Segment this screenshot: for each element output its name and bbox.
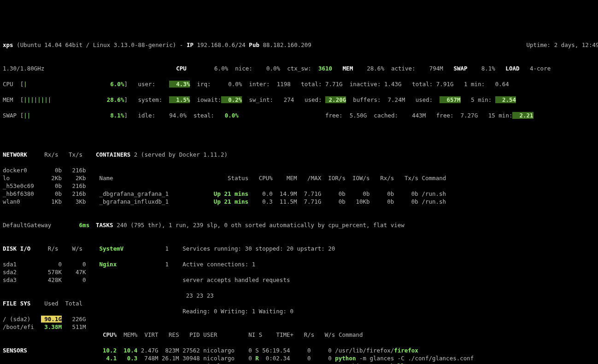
net-row: _h53e0c69 0b 216b xyxy=(3,182,96,190)
stats-row-1: 1.30/1.80GHz CPU 6.0% nice: 0.0% ctx_sw:… xyxy=(3,65,595,72)
net-row: _hb6f6380 0b 216b xyxy=(3,190,96,198)
net-row: wlan0 1Kb 3Kb xyxy=(3,198,96,205)
disk-row: sda3 428K 0 xyxy=(3,276,96,284)
container-row: _dbgrafana_grafana_1 Up 21 mins 0.0 14.9… xyxy=(96,190,595,198)
sensors-header: SENSORS xyxy=(3,346,96,354)
net-row: lo 2Kb 2Kb xyxy=(3,174,96,182)
disk-row: sda2 578K 47K xyxy=(3,268,96,276)
disk-row: sda1 0 0 xyxy=(3,260,96,268)
containers-header: CONTAINERS 2 (served by Docker 1.11.2) xyxy=(96,151,595,159)
fs-row: / (sda2) 90.1G 226G xyxy=(3,315,96,323)
gateway-label: DefaultGateway xyxy=(3,222,51,229)
header: xps (Ubuntu 14.04 64bit / Linux 3.13.0-8… xyxy=(3,41,595,49)
process-row: 1.9 1.5 2.02G 116M 3563 nicolargo 0 S 10… xyxy=(96,362,595,364)
fs-header: FILE SYS Used Total xyxy=(3,299,96,307)
container-row: _bgrafana_influxdb_1 Up 21 mins 0.3 11.5… xyxy=(96,198,595,205)
uptime: Uptime: 2 days, 12:49:27 xyxy=(526,41,598,48)
process-row: 4.1 0.3 748M 26.1M 30948 nicolargo 0 R 0… xyxy=(96,354,595,362)
tasks-header: TASKS 240 (795 thr), 1 run, 239 slp, 0 o… xyxy=(96,221,595,229)
fs-row: /boot/efi 3.38M 511M xyxy=(3,323,96,331)
net-row: docker0 0b 216b xyxy=(3,166,96,174)
disk-header: DISK I/O R/s W/s xyxy=(3,245,96,252)
terminal[interactable]: xps (Ubuntu 14.04 64bit / Linux 3.13.0-8… xyxy=(3,33,595,364)
process-row: 10.2 10.4 2.47G 823M 27562 nicolargo 0 S… xyxy=(96,346,595,354)
sensor-row: temp1 27C xyxy=(3,362,96,364)
network-header: NETWORK Rx/s Tx/s xyxy=(3,151,96,159)
proc-header: CPU% MEM% VIRT RES PID USER NI S TIME+ R… xyxy=(96,331,595,339)
